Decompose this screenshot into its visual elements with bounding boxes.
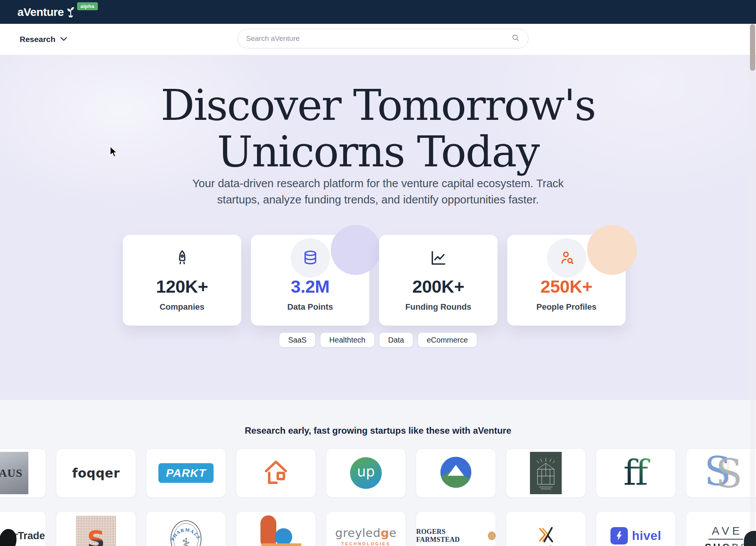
startups-heading: Research early, fast growing startups li… — [0, 425, 756, 436]
research-menu-button[interactable]: Research — [20, 33, 67, 46]
logo-card-mountain[interactable] — [416, 448, 496, 498]
pill-ecommerce[interactable]: eCommerce — [418, 333, 477, 347]
pill-healthtech[interactable]: Healthtech — [321, 333, 374, 347]
hero-title-line1: Discover Tomorrow's — [0, 82, 756, 129]
shops-label: SHOPS — [703, 541, 748, 546]
greenhouse-emblem — [530, 452, 562, 494]
search-bar — [237, 29, 528, 48]
hero-section: Discover Tomorrow's Unicorns Today Your … — [0, 55, 756, 400]
hivel-label: hivel — [632, 529, 662, 543]
stat-value-companies: 120K+ — [123, 277, 241, 296]
peach-circle-decoration — [587, 225, 637, 275]
stat-label-funding-rounds: Funding Rounds — [379, 302, 497, 312]
seedling-icon — [65, 5, 76, 20]
haus-sign-image: HAUS — [0, 452, 28, 494]
rogers-farmstead-label: ROGERS FARMSTEAD — [416, 528, 485, 544]
s-monogram: S S — [701, 452, 750, 494]
stat-value-funding-rounds: 200K+ — [379, 277, 497, 296]
foqqer-label: foqqer — [72, 466, 120, 481]
stat-label-data-points: Data Points — [251, 302, 369, 312]
dotted-line-decoration — [723, 461, 724, 483]
hero-subtitle: Your data-driven research platform for t… — [0, 175, 756, 208]
logo-card-greenhouse[interactable] — [506, 448, 586, 498]
search-input[interactable] — [246, 34, 511, 43]
brand-logo[interactable]: aVenture alpha — [17, 5, 98, 20]
stat-label-companies: Companies — [123, 302, 241, 312]
rocket-icon — [174, 249, 191, 268]
rogers-farmstead-seal — [488, 532, 496, 540]
logo-card-verix[interactable]: verix — [506, 511, 586, 546]
logo-row-1: HAUS foqqer PARKT — [0, 448, 756, 498]
stat-card-data-points: 3.2M Data Points — [251, 235, 369, 326]
logo-card-foqqer[interactable]: foqqer — [56, 448, 136, 498]
brand-name: aVenture — [17, 5, 64, 20]
search-icon — [511, 34, 520, 43]
verix-label: verix — [534, 544, 558, 546]
logo-card-abstract-shapes[interactable] — [236, 511, 316, 546]
logo-row-2: irTrade S PHARMAZZ ⚕ — [0, 511, 756, 546]
alpha-badge: alpha — [77, 2, 98, 10]
database-icon — [291, 238, 330, 278]
subnav-bar: Research — [0, 24, 756, 55]
yellow-bar-shape — [261, 543, 301, 546]
stat-value-people-profiles: 250K+ — [507, 277, 626, 296]
ave-underline — [708, 539, 743, 540]
rogers-farmstead-logo: ROGERS FARMSTEAD — [416, 528, 496, 544]
stat-label-people-profiles: People Profiles — [507, 302, 626, 312]
lavender-circle-decoration — [331, 225, 381, 275]
logo-card-greyledge[interactable]: greyledge TECHNOLOGIES — [326, 511, 406, 546]
scrollbar-track — [750, 24, 755, 546]
greyledge-logo: greyledge TECHNOLOGIES — [335, 526, 397, 546]
logo-card-parkt[interactable]: PARKT — [146, 448, 226, 498]
person-search-icon — [547, 238, 586, 278]
greyledge-name-accent: g — [381, 526, 389, 540]
mountain-icon — [440, 457, 471, 489]
logo-card-house[interactable] — [236, 448, 316, 498]
ave-label: AVE — [709, 524, 743, 537]
page: aVenture alpha Research — [0, 0, 756, 546]
stat-value-data-points: 3.2M — [251, 277, 369, 296]
parkt-badge: PARKT — [158, 463, 214, 483]
hero-title-line2: Unicorns Today — [0, 129, 756, 175]
abstract-shapes-logo — [236, 512, 316, 546]
hero-title: Discover Tomorrow's Unicorns Today — [0, 82, 756, 175]
s-hex-letter: S — [87, 526, 105, 546]
up-gradient-circle: up — [350, 457, 382, 489]
caduceus-icon: ⚕ — [182, 535, 191, 546]
logo-card-hivel[interactable]: hivel — [596, 511, 676, 546]
pill-saas[interactable]: SaaS — [279, 333, 315, 347]
logo-card-rogers-farmstead[interactable]: ROGERS FARMSTEAD — [416, 511, 496, 546]
research-menu-label: Research — [20, 35, 56, 44]
haus-label: HAUS — [0, 467, 23, 479]
logo-card-ff[interactable]: ff — [596, 448, 676, 498]
logo-card-haus[interactable]: HAUS — [0, 448, 46, 498]
up-label: up — [357, 464, 375, 483]
pill-data[interactable]: Data — [380, 333, 413, 347]
ff-label: ff — [621, 454, 650, 492]
greyledge-name-pre: greyled — [335, 526, 381, 540]
logo-card-up[interactable]: up — [326, 448, 406, 498]
hero-subtitle-line2: startups, analyze funding trends, and id… — [0, 191, 756, 208]
orange-pill-shape — [260, 515, 276, 546]
scrollbar-thumb[interactable] — [750, 24, 755, 71]
top-navbar: aVenture alpha — [0, 0, 756, 24]
hivel-icon — [610, 527, 628, 544]
s-monogram-gray: S — [716, 453, 742, 495]
logo-card-airtrade[interactable]: irTrade — [0, 511, 46, 546]
verix-logo: verix — [534, 526, 558, 546]
stats-row: 120K+ Companies 3.2M Data Points — [123, 235, 626, 326]
stat-card-companies: 120K+ Companies — [123, 235, 241, 326]
greyledge-subtitle: TECHNOLOGIES — [341, 541, 390, 546]
logo-card-s-monogram[interactable]: S S — [686, 448, 756, 498]
dotted-line-decoration — [728, 461, 728, 483]
pharmazz-seal: PHARMAZZ ⚕ — [166, 516, 206, 546]
chevron-down-icon — [60, 36, 67, 43]
hero-subtitle-line1: Your data-driven research platform for t… — [0, 175, 756, 191]
stat-card-funding-rounds: 200K+ Funding Rounds — [379, 235, 497, 326]
chart-line-icon — [430, 249, 447, 268]
greyledge-name-post: e — [389, 526, 397, 540]
logo-card-pharmazz[interactable]: PHARMAZZ ⚕ — [146, 511, 226, 546]
hivel-logo: hivel — [610, 527, 662, 544]
parkt-label: PARKT — [166, 467, 206, 479]
logo-card-s-hex[interactable]: S — [56, 511, 136, 546]
